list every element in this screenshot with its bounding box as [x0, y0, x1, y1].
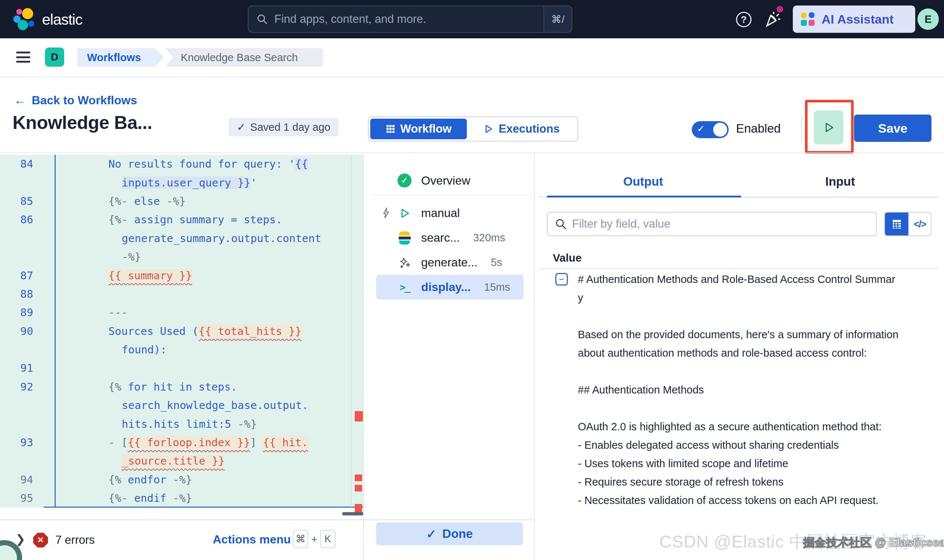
- search-icon: [257, 14, 268, 25]
- code-view-button[interactable]: </>: [908, 212, 931, 235]
- ai-assistant-label: AI Assistant: [822, 12, 893, 26]
- tab-input[interactable]: Input: [825, 175, 855, 189]
- global-search[interactable]: ⌘/: [248, 6, 572, 33]
- step-item-manual[interactable]: manual: [376, 201, 524, 226]
- line-number: 91: [0, 362, 33, 374]
- code-token: endfor: [128, 474, 173, 486]
- workflow-editor-screen: elastic ⌘/ ? AI Assistant E D Workflows …: [0, 0, 944, 560]
- code-line[interactable]: generate_summary.output.content: [0, 229, 363, 248]
- code-token: No results found for query: ': [108, 158, 295, 170]
- value-column-header: Value: [553, 252, 582, 264]
- tab-workflow[interactable]: Workflow: [370, 118, 467, 139]
- code-line[interactable]: 84No results found for query: '{{: [0, 155, 363, 173]
- steps-divider: [370, 194, 533, 195]
- errors-count[interactable]: 7 errors: [55, 534, 95, 547]
- code-token: -%}: [122, 251, 141, 263]
- news-feed-icon[interactable]: [764, 10, 782, 28]
- code-line[interactable]: hits.hits limit:5 -%}: [0, 414, 363, 433]
- tab-executions[interactable]: Executions: [467, 118, 576, 139]
- save-button[interactable]: Save: [854, 115, 932, 142]
- search-shortcut-hint: ⌘/: [543, 6, 572, 32]
- editor-scrollbar[interactable]: [342, 512, 363, 515]
- panel-divider: [363, 153, 364, 560]
- ai-assistant-button[interactable]: AI Assistant: [793, 6, 915, 33]
- trigger-bolt-icon: [382, 208, 390, 218]
- step-duration: 320ms: [473, 232, 505, 244]
- filter-field[interactable]: [547, 212, 877, 236]
- step-item-generate[interactable]: generate...5s: [376, 250, 524, 275]
- code-line[interactable]: 85{%- else -%}: [0, 192, 363, 210]
- back-to-workflows-link[interactable]: ← Back to Workflows: [14, 94, 137, 107]
- tab-output[interactable]: Output: [623, 175, 663, 189]
- code-line[interactable]: found):: [0, 340, 363, 359]
- code-token: {{ total_hits }}: [198, 325, 301, 337]
- global-header: elastic ⌘/ ? AI Assistant E: [0, 0, 944, 38]
- code-line[interactable]: 93- [{{ forloop.index }}] {{ hit.: [0, 433, 363, 452]
- elasticsearch-icon: [399, 231, 411, 245]
- step-overview[interactable]: ✓ Overview: [376, 170, 524, 191]
- check-icon: ✓: [237, 121, 245, 133]
- code-token: assign summary = steps.: [134, 213, 282, 226]
- run-workflow-button[interactable]: [814, 111, 843, 145]
- line-number: 95: [0, 492, 33, 505]
- code-line[interactable]: 88: [0, 285, 363, 303]
- code-line[interactable]: search_knowledge_base.output.: [0, 396, 363, 414]
- step-label: display...: [421, 280, 471, 294]
- steps-list: manualsearc...320msgenerate...5s>_displa…: [376, 201, 524, 300]
- help-icon[interactable]: ?: [736, 12, 751, 27]
- success-check-icon: ✓: [398, 174, 412, 188]
- code-line[interactable]: 86{%- assign summary = steps.: [0, 210, 363, 229]
- search-input[interactable]: [268, 12, 543, 26]
- actions-menu-button[interactable]: Actions menu: [213, 533, 291, 546]
- code-token: {%-: [108, 195, 128, 208]
- enabled-toggle[interactable]: ✓: [692, 121, 729, 138]
- code-line[interactable]: 91: [0, 359, 363, 377]
- step-label: generate...: [421, 256, 478, 269]
- space-badge[interactable]: D: [45, 48, 64, 67]
- breadcrumb-workflows[interactable]: Workflows: [77, 48, 164, 67]
- terminal-icon: >_: [400, 282, 410, 293]
- overview-label: Overview: [421, 174, 470, 188]
- done-button[interactable]: ✓ Done: [376, 522, 523, 545]
- step-label: searc...: [421, 231, 460, 245]
- table-view-button[interactable]: [885, 212, 908, 235]
- step-duration: 5s: [491, 257, 502, 269]
- user-avatar[interactable]: E: [918, 8, 939, 30]
- code-line[interactable]: 89---: [0, 303, 363, 322]
- menu-icon[interactable]: [16, 52, 30, 63]
- play-icon: [483, 124, 494, 134]
- code-rows[interactable]: 84No results found for query: '{{inputs.…: [0, 155, 363, 507]
- view-mode-switch: </>: [884, 212, 932, 236]
- expand-errors-icon[interactable]: ❯: [15, 532, 25, 546]
- line-number: 86: [0, 213, 33, 226]
- code-token: Sources Used (: [108, 325, 198, 337]
- code-line[interactable]: 92{% for hit in steps.: [0, 378, 363, 396]
- saved-status-badge: ✓ Saved 1 day ago: [228, 118, 338, 136]
- enabled-label: Enabled: [736, 122, 780, 135]
- step-item-display[interactable]: >_display...15ms: [376, 275, 524, 300]
- logo-wordmark: elastic: [42, 11, 82, 28]
- line-number: 93: [0, 436, 33, 449]
- code-token: {{: [295, 158, 308, 170]
- view-toggle: Workflow Executions: [368, 117, 578, 142]
- cmd-keycap: ⌘: [293, 530, 308, 548]
- step-item-searc[interactable]: searc...320ms: [376, 226, 524, 250]
- breadcrumb-current-page: Knowledge Base Search: [165, 48, 323, 67]
- yaml-editor[interactable]: 84No results found for query: '{{inputs.…: [0, 153, 363, 560]
- code-line[interactable]: 95{%- endif -%}: [0, 489, 363, 507]
- error-marker: [355, 474, 362, 481]
- code-line[interactable]: 87{{ summary }}: [0, 266, 363, 285]
- elastic-logo[interactable]: elastic: [13, 8, 82, 31]
- collapse-icon[interactable]: −: [555, 273, 568, 286]
- filter-input[interactable]: [567, 217, 876, 231]
- code-token: inputs.user_query }}: [122, 177, 250, 189]
- search-icon: [555, 218, 567, 230]
- code-line[interactable]: inputs.user_query }}': [0, 173, 363, 192]
- error-marker: [355, 485, 362, 491]
- code-line[interactable]: 90Sources Used ({{ total_hits }}: [0, 322, 363, 340]
- code-line[interactable]: -%}: [0, 248, 363, 266]
- back-arrow-icon: ←: [14, 94, 26, 107]
- code-token: ': [250, 177, 257, 189]
- run-play-icon: [822, 120, 836, 134]
- code-token: hits.hits limit:5: [122, 418, 238, 430]
